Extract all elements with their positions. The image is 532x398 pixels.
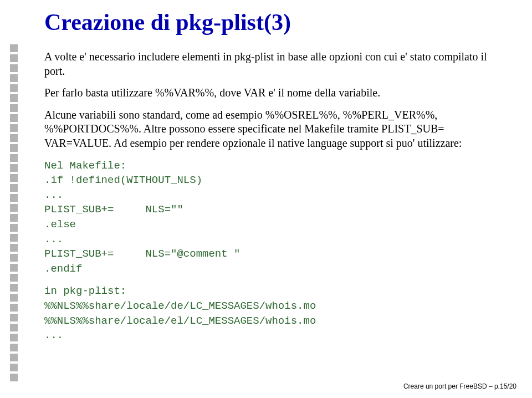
bullet-square (10, 64, 18, 72)
bullet-square (10, 234, 18, 242)
bullet-square (10, 294, 18, 302)
bullet-square (10, 174, 18, 182)
bullet-square (10, 44, 18, 52)
bullet-square (10, 284, 18, 292)
decorative-bullets (6, 44, 22, 384)
bullet-square (10, 224, 18, 232)
bullet-square (10, 354, 18, 361)
bullet-square (10, 364, 18, 371)
bullet-square (10, 164, 18, 172)
bullet-square (10, 344, 18, 351)
paragraph-3: Alcune variabili sono standard, come ad … (44, 108, 508, 151)
bullet-square (10, 324, 18, 331)
bullet-square (10, 254, 18, 262)
bullet-square (10, 214, 18, 222)
page-footer: Creare un port per FreeBSD – p.15/20 (403, 382, 516, 390)
bullet-square (10, 104, 18, 112)
bullet-square (10, 264, 18, 272)
bullet-square (10, 334, 18, 341)
bullet-square (10, 304, 18, 312)
bullet-square (10, 194, 18, 202)
slide-content: Creazione di pkg-plist(3) A volte e' nec… (0, 0, 532, 343)
bullet-square (10, 84, 18, 92)
bullet-square (10, 204, 18, 212)
bullet-square (10, 374, 18, 381)
code-block-pkgplist: in pkg-plist: %%NLS%%share/locale/de/LC_… (44, 284, 508, 343)
bullet-square (10, 134, 18, 142)
bullet-square (10, 184, 18, 192)
bullet-square (10, 124, 18, 132)
bullet-square (10, 94, 18, 102)
bullet-square (10, 154, 18, 162)
paragraph-1: A volte e' necessario includere elementi… (44, 50, 508, 78)
bullet-square (10, 74, 18, 82)
paragraph-2: Per farlo basta utilizzare %%VAR%%, dove… (44, 86, 508, 100)
bullet-square (10, 114, 18, 122)
bullet-square (10, 54, 18, 62)
bullet-square (10, 144, 18, 152)
bullet-square (10, 274, 18, 282)
bullet-square (10, 314, 18, 322)
code-block-makefile: Nel Makefile: .if !defined(WITHOUT_NLS) … (44, 159, 508, 277)
bullet-square (10, 244, 18, 252)
page-title: Creazione di pkg-plist(3) (44, 9, 508, 35)
